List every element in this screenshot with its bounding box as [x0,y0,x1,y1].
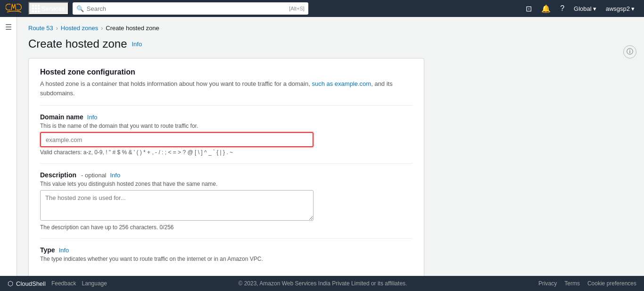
breadcrumb-separator-2: › [101,25,103,32]
user-menu-button[interactable]: awsgsp2 ▾ [602,3,638,14]
domain-info-link[interactable]: Info [87,114,98,121]
terminal-icon: ⊡ [526,4,532,13]
search-input[interactable] [87,5,286,12]
domain-name-input[interactable] [40,132,314,147]
form-card: Hosted zone configuration A hosted zone … [28,58,424,276]
main-content: ⓘ Route 53 › Hosted zones › Create hoste… [17,17,644,276]
cloudshell-label: CloudShell [16,280,46,287]
description-textarea[interactable] [40,190,314,221]
breadcrumb: Route 53 › Hosted zones › Create hosted … [28,25,633,32]
page-title: Create hosted zone [28,37,127,50]
search-icon: 🔍 [76,5,84,12]
chevron-down-icon: ▾ [631,5,635,12]
bottom-right: Privacy Terms Cookie preferences [538,280,636,287]
type-sublabel: The type indicates whether you want to r… [40,256,413,262]
terminal-icon-button[interactable]: ⊡ [522,2,536,15]
type-info-link[interactable]: Info [59,247,69,254]
nav-right: ⊡ 🔔 ? Global ▾ awsgsp2 ▾ [522,2,638,15]
divider-2 [40,163,413,164]
chevron-down-icon: ▾ [593,5,596,12]
description-label-text: Description [40,171,76,179]
bell-icon: 🔔 [541,4,551,13]
description-sublabel: This value lets you distinguish hosted z… [40,181,413,187]
divider-3 [40,238,413,239]
bottom-left: ⬡ CloudShell Feedback Language [8,278,107,289]
region-button[interactable]: Global ▾ [570,3,600,14]
services-menu-button[interactable]: Services [28,2,69,15]
char-count: The description can have up to 256 chara… [40,224,413,231]
notifications-button[interactable]: 🔔 [537,2,554,15]
grid-icon [32,5,40,12]
description-field-group: Description - optional Info This value l… [40,171,413,231]
content-wrapper: ☰ ⓘ Route 53 › Hosted zones › Create hos… [0,17,644,276]
page-title-area: Create hosted zone Info [28,37,633,50]
sidebar-toggle-button[interactable]: ☰ [5,23,12,32]
privacy-link[interactable]: Privacy [538,280,557,287]
domain-name-label-text: Domain name [40,113,83,121]
description-label: Description - optional Info [40,171,413,179]
breadcrumb-current: Create hosted zone [106,25,159,32]
search-shortcut: [Alt+S] [289,6,305,11]
breadcrumb-route53[interactable]: Route 53 [28,25,53,32]
type-label-text: Type [40,246,55,254]
divider-1 [40,105,413,106]
services-label: Services [41,5,65,12]
breadcrumb-hosted-zones[interactable]: Hosted zones [61,25,99,32]
user-label: awsgsp2 [606,5,630,12]
aws-logo[interactable] [6,3,23,14]
feedback-button[interactable]: Feedback [51,280,76,287]
page-info-button[interactable]: ⓘ [623,45,636,58]
help-icon: ? [560,4,564,13]
section-title: Hosted zone configuration [40,68,413,76]
type-field-group: Type Info The type indicates whether you… [40,246,413,262]
valid-chars-hint: Valid characters: a-z, 0-9, ! " # $ % & … [40,149,413,156]
copyright-text: © 2023, Amazon Web Services India Privat… [115,280,531,287]
description-info-link[interactable]: Info [110,172,121,179]
type-label: Type Info [40,246,413,254]
language-button[interactable]: Language [82,280,107,287]
description-optional-text: - optional [81,172,106,179]
help-button[interactable]: ? [556,2,568,15]
domain-name-field-group: Domain name Info This is the name of the… [40,113,413,156]
sidebar-toggle: ☰ [0,17,17,276]
terms-link[interactable]: Terms [564,280,580,287]
domain-name-label: Domain name Info [40,113,413,121]
bottom-bar: ⬡ CloudShell Feedback Language © 2023, A… [0,276,644,291]
cloudshell-icon: ⬡ [8,280,13,287]
breadcrumb-separator-1: › [56,25,58,32]
search-bar[interactable]: 🔍 [Alt+S] [73,2,308,15]
region-label: Global [574,5,592,12]
section-desc: A hosted zone is a container that holds … [40,79,413,98]
info-circle-icon: ⓘ [627,48,633,56]
cloudshell-button[interactable]: ⬡ CloudShell [8,278,46,289]
domain-sublabel: This is the name of the domain that you … [40,123,413,129]
top-navigation: Services 🔍 [Alt+S] ⊡ 🔔 ? Global ▾ awsgsp… [0,0,644,17]
page-info-link[interactable]: Info [132,41,142,48]
example-link[interactable]: such as example.com [312,80,371,87]
cookie-preferences-link[interactable]: Cookie preferences [587,280,636,287]
